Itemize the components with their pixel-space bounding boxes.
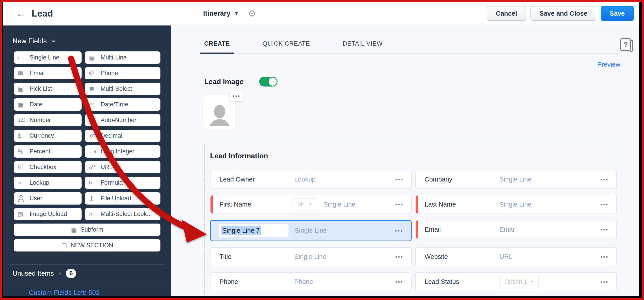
field-type-label: Checkbox — [30, 164, 56, 170]
field-type-button-user[interactable]: User — [14, 192, 82, 204]
field-type-button-pick-list[interactable]: ▣Pick List — [14, 83, 82, 95]
field-type-label: User — [30, 195, 42, 202]
field-card[interactable]: CompanySingle Line••• — [415, 170, 617, 189]
field-menu-dots[interactable]: ••• — [395, 228, 403, 234]
field-label: Phone — [220, 278, 294, 286]
field-card[interactable]: EmailEmail••• — [415, 220, 617, 239]
field-card[interactable]: First NameMr.▼Single Line••• — [210, 195, 412, 214]
field-type-button-multi-select[interactable]: ≣Multi-Select — [85, 83, 160, 95]
option-value: Option 1 — [504, 278, 527, 285]
field-type-label: Number — [30, 117, 51, 124]
field-menu-dots[interactable]: ••• — [395, 254, 404, 260]
tab-quick-create[interactable]: QUICK CREATE — [258, 40, 314, 54]
field-type-label: Decimal — [100, 132, 122, 139]
lead-image-toggle[interactable] — [259, 77, 278, 86]
preview-link[interactable]: Preview — [597, 61, 620, 68]
field-type-button-single-line[interactable]: ▭Single Line — [14, 52, 82, 64]
url-icon: ☍ — [89, 164, 100, 171]
field-menu-dots[interactable]: ••• — [600, 226, 609, 233]
unused-items-row[interactable]: Unused Items › 6 — [12, 269, 76, 278]
field-type-button-lookup[interactable]: ⌕Lookup — [14, 176, 82, 189]
field-type-button-file-upload[interactable]: ↥File Upload — [85, 192, 160, 204]
layout-tabs: CREATEQUICK CREATEDETAIL VIEW — [200, 40, 620, 54]
field-palette-sidebar: New Fields ⌄ ▭Single Line▤Multi-Line✉Ema… — [3, 26, 171, 296]
field-type-button-decimal[interactable]: .00Decimal — [85, 130, 160, 142]
field-name-input[interactable]: Single Line 7 — [219, 224, 288, 238]
field-menu-dots[interactable]: ••• — [600, 279, 609, 285]
tab-detail-view[interactable]: DETAIL VIEW — [339, 40, 387, 54]
field-card[interactable]: PhonePhone••• — [210, 272, 412, 291]
field-type-button-multi-select-look-[interactable]: ⌕Multi-Select Look... — [85, 208, 160, 220]
field-menu-dots[interactable]: ••• — [395, 176, 404, 183]
field-menu-dots[interactable]: ••• — [600, 176, 609, 183]
chevron-down-icon[interactable]: ▼ — [234, 10, 239, 16]
top-bar: ← Lead Itinerary ▼ ⚙ Cancel Save and Clo… — [3, 2, 639, 25]
field-type-button-number[interactable]: 123Number — [14, 114, 82, 126]
chevron-right-icon: › — [59, 270, 61, 277]
toggle-knob — [268, 78, 277, 86]
divider — [9, 284, 165, 284]
field-type-label: Lookup — [30, 179, 50, 186]
field-menu-dots[interactable]: ••• — [600, 202, 609, 208]
field-type-button-auto-number[interactable]: №Auto-Number — [85, 114, 160, 126]
field-type-button-new-section[interactable]: ▢NEW SECTION — [14, 239, 160, 252]
gear-icon[interactable]: ⚙ — [248, 8, 256, 19]
field-type-button-long-integer[interactable]: …9Long Integer — [85, 145, 160, 158]
email-icon: ✉ — [18, 70, 30, 77]
save-button[interactable]: Save — [601, 6, 634, 21]
layout-selector[interactable]: Itinerary — [203, 10, 230, 18]
field-card[interactable]: Lead StatusOption 1▼••• — [415, 272, 617, 291]
salutation-dropdown[interactable]: Mr.▼ — [292, 198, 317, 211]
field-card[interactable]: Lead OwnerLookup••• — [210, 170, 412, 189]
pick-list-icon: ▣ — [18, 85, 30, 92]
field-card[interactable]: TitleSingle Line••• — [210, 247, 412, 266]
help-doc-icon[interactable]: ? — [620, 38, 631, 51]
field-type-label: NEW SECTION — [70, 242, 113, 249]
person-silhouette-icon — [209, 105, 230, 126]
field-type-button-date[interactable]: ▦Date — [14, 98, 82, 111]
field-type-button-url[interactable]: ☍URL — [85, 161, 160, 173]
cancel-button[interactable]: Cancel — [487, 6, 526, 21]
lead-image-placeholder[interactable]: ••• — [204, 94, 235, 130]
field-menu-dots[interactable]: ••• — [600, 254, 609, 260]
field-menu-dots[interactable]: ••• — [395, 279, 404, 285]
tabs-rule — [204, 54, 620, 54]
unused-items-label: Unused Items — [12, 270, 54, 277]
field-type-button-email[interactable]: ✉Email — [14, 67, 82, 79]
field-type-button-checkbox[interactable]: ☑Checkbox — [14, 161, 82, 173]
field-label: Title — [220, 253, 294, 260]
field-type-value: Email — [500, 226, 516, 233]
field-type-button-percent[interactable]: %Percent — [14, 145, 82, 158]
image-upload-icon: ▧ — [18, 210, 30, 218]
page-title: Lead — [32, 8, 53, 18]
field-type-label: Percent — [30, 148, 50, 155]
field-card[interactable]: WebsiteURL••• — [415, 247, 617, 266]
back-arrow-icon[interactable]: ← — [16, 8, 26, 18]
tab-create[interactable]: CREATE — [200, 40, 234, 54]
field-type-button-date-time[interactable]: ◷Date/Time — [85, 98, 160, 111]
option-dropdown[interactable]: Option 1▼ — [500, 275, 539, 289]
custom-fields-left-label: Custom Fields Left: 502 — [29, 289, 100, 296]
field-card[interactable]: Last NameSingle Line••• — [415, 195, 617, 214]
ellipsis-icon: ••• — [232, 94, 240, 98]
field-type-label: Subform — [80, 226, 103, 233]
user-icon — [18, 195, 30, 202]
field-type-label: Email — [30, 70, 45, 77]
field-card-selected[interactable]: Single Line 7Single Line••• — [210, 220, 412, 241]
field-type-button-subform[interactable]: ▦Subform — [14, 224, 160, 236]
field-type-button-image-upload[interactable]: ▧Image Upload — [14, 208, 82, 220]
field-type-label: Multi-Line — [100, 54, 127, 61]
new-fields-header[interactable]: New Fields ⌄ — [12, 37, 171, 45]
layout-selector-group: Itinerary ▼ ⚙ — [203, 2, 256, 24]
field-type-button-phone[interactable]: ✆Phone — [85, 67, 160, 79]
chevron-down-icon: ⌄ — [50, 38, 57, 41]
field-type-button-multi-line[interactable]: ▤Multi-Line — [85, 52, 160, 64]
date-time-icon: ◷ — [89, 101, 100, 108]
field-type-value: Lookup — [294, 176, 316, 183]
avatar-menu-button[interactable]: ••• — [230, 91, 244, 101]
field-type-button-currency[interactable]: $Currency — [14, 130, 82, 142]
save-and-close-button[interactable]: Save and Close — [530, 6, 596, 21]
field-menu-dots[interactable]: ••• — [395, 202, 404, 208]
field-type-button-formula[interactable]: fxFormula — [85, 176, 160, 189]
field-label: Company — [424, 176, 500, 183]
